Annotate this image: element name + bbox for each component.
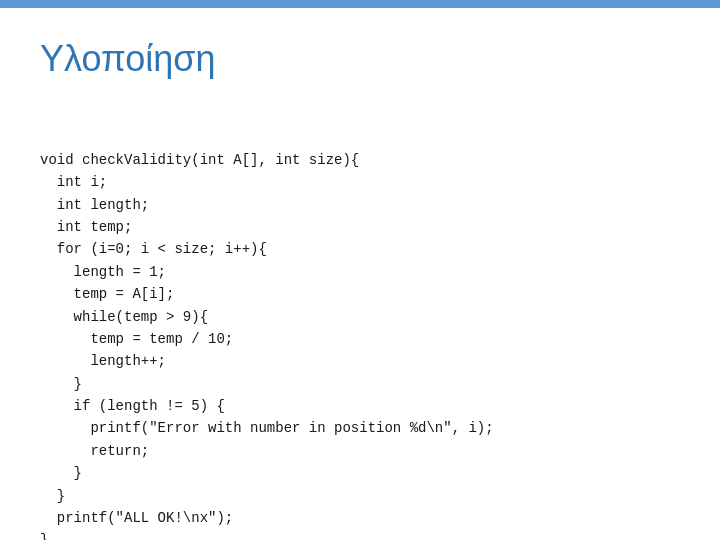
page-title: Υλοποίηση: [40, 38, 680, 80]
code-line: void checkValidity(int A[], int size){: [40, 149, 680, 171]
code-line: }: [40, 485, 680, 507]
code-line: printf("ALL OK!\nx");: [40, 507, 680, 529]
code-block: void checkValidity(int A[], int size){ i…: [40, 104, 680, 540]
main-content: Υλοποίηση void checkValidity(int A[], in…: [0, 8, 720, 540]
code-line: int temp;: [40, 216, 680, 238]
code-line: length++;: [40, 350, 680, 372]
code-line: int length;: [40, 194, 680, 216]
code-line: }: [40, 462, 680, 484]
code-line: while(temp > 9){: [40, 306, 680, 328]
code-line: }: [40, 529, 680, 540]
code-line: temp = A[i];: [40, 283, 680, 305]
code-line: return;: [40, 440, 680, 462]
code-line: printf("Error with number in position %d…: [40, 417, 680, 439]
code-line: for (i=0; i < size; i++){: [40, 238, 680, 260]
code-line: if (length != 5) {: [40, 395, 680, 417]
header-bar: [0, 0, 720, 8]
code-line: temp = temp / 10;: [40, 328, 680, 350]
code-line: int i;: [40, 171, 680, 193]
code-line: length = 1;: [40, 261, 680, 283]
code-line: }: [40, 373, 680, 395]
